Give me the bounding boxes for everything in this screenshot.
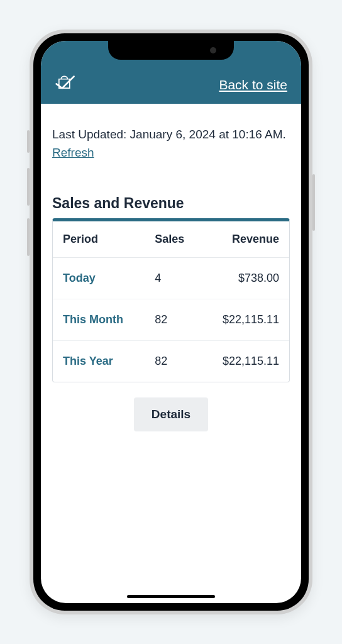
col-header-revenue: Revenue — [202, 221, 290, 258]
revenue-cell: $738.00 — [202, 258, 290, 299]
table-row: Today 4 $738.00 — [53, 258, 289, 299]
sales-cell: 4 — [145, 258, 201, 299]
phone-frame: Back to site Last Updated: January 6, 20… — [30, 30, 312, 614]
period-cell[interactable]: This Year — [53, 340, 145, 382]
phone-mute-switch — [27, 130, 30, 153]
phone-volume-down — [27, 218, 30, 256]
content-area: Last Updated: January 6, 2024 at 10:16 A… — [41, 104, 301, 431]
home-indicator — [127, 595, 215, 598]
sales-cell: 82 — [145, 340, 201, 382]
col-header-period: Period — [53, 221, 145, 258]
details-button[interactable]: Details — [134, 397, 208, 431]
phone-notch — [108, 41, 234, 60]
revenue-cell: $22,115.11 — [202, 340, 290, 382]
sales-cell: 82 — [145, 299, 201, 340]
sales-revenue-table: Period Sales Revenue Today 4 $738.00 Thi… — [52, 218, 290, 382]
back-to-site-link[interactable]: Back to site — [219, 77, 287, 92]
details-button-wrap: Details — [52, 397, 290, 431]
col-header-sales: Sales — [145, 221, 201, 258]
table-row: This Year 82 $22,115.11 — [53, 340, 289, 382]
table-row: This Month 82 $22,115.11 — [53, 299, 289, 340]
phone-volume-up — [27, 168, 30, 206]
refresh-link[interactable]: Refresh — [52, 146, 94, 160]
last-updated-text: Last Updated: January 6, 2024 at 10:16 A… — [52, 126, 290, 143]
revenue-cell: $22,115.11 — [202, 299, 290, 340]
table-header-row: Period Sales Revenue — [53, 221, 289, 258]
phone-power-button — [312, 174, 315, 231]
period-cell[interactable]: This Month — [53, 299, 145, 340]
app-logo-icon — [55, 71, 76, 92]
section-title: Sales and Revenue — [52, 195, 290, 212]
phone-bezel: Back to site Last Updated: January 6, 20… — [33, 33, 309, 611]
period-cell[interactable]: Today — [53, 258, 145, 299]
phone-screen: Back to site Last Updated: January 6, 20… — [41, 41, 301, 603]
